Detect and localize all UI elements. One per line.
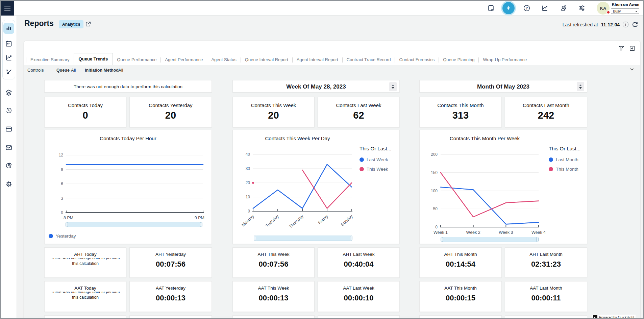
- kpi-value: 00:40:04: [318, 260, 399, 269]
- kpi-label: AAT This Week: [233, 286, 314, 291]
- legend-item-this-month[interactable]: This Month: [549, 167, 589, 172]
- scrollbar-handle[interactable]: [441, 237, 443, 242]
- kpi-label: Contacts This Week: [233, 102, 314, 108]
- week-column-header: Week Of May 28, 2023: [232, 80, 400, 93]
- tab-wrap-up-performance[interactable]: Wrap-Up Performance: [479, 55, 531, 65]
- initiation-method-filter[interactable]: Initiation Method: [85, 68, 119, 73]
- status-value: Busy: [613, 9, 621, 13]
- step-down-icon[interactable]: [392, 87, 394, 89]
- kpi-label: AAT Yesterday: [130, 286, 212, 291]
- step-up-icon[interactable]: [392, 84, 394, 86]
- kpi-value: 00:00:10: [318, 294, 399, 302]
- tab-queue-trends[interactable]: Queue Trends: [74, 53, 113, 65]
- sidebar-item-reports[interactable]: [3, 23, 14, 34]
- legend-item-last-week[interactable]: Last Week: [360, 157, 400, 162]
- step-up-icon[interactable]: [579, 84, 582, 86]
- tab-queue-planning[interactable]: Queue Planning: [439, 55, 478, 65]
- kpi-value: 00:07:56: [130, 260, 212, 269]
- svg-text:Thursday: Thursday: [288, 214, 305, 229]
- tab-contract-trace-record[interactable]: Contract Trace Record: [343, 55, 395, 65]
- kpi-value: 242: [505, 110, 587, 121]
- kpi-aat-this-week: AAT This Week 00:00:13: [232, 281, 315, 312]
- dashboard-panel: Executive Summary Queue Trends Queue Per…: [24, 41, 641, 319]
- sidebar-item-metrics[interactable]: [5, 54, 13, 62]
- legend-item-last-month[interactable]: Last Month: [549, 157, 589, 162]
- hamburger-menu-icon[interactable]: [1, 1, 14, 16]
- chart-title: Contacts Today Per Hour: [45, 136, 212, 141]
- layers-icon: [5, 89, 13, 96]
- export-icon[interactable]: [629, 45, 636, 52]
- month-period-stepper[interactable]: [577, 82, 584, 91]
- scrollbar-handle[interactable]: [350, 236, 352, 241]
- tab-queue-interval-report[interactable]: Queue Interval Report: [241, 55, 292, 65]
- settings-sliders-icon[interactable]: [578, 4, 586, 12]
- legend-label: Last Month: [556, 157, 578, 162]
- tab-queue-performance[interactable]: Queue Performance: [113, 55, 160, 65]
- tab-executive-summary[interactable]: Executive Summary: [26, 55, 74, 65]
- svg-text:50: 50: [433, 206, 438, 211]
- kpi-value: 00:00:13: [130, 294, 212, 302]
- today-column-header: There was not enough data to perform thi…: [44, 80, 212, 93]
- weekly-line-chart[interactable]: 010203040MondayTuesdayThursdayFridaySund…: [238, 146, 363, 231]
- collapse-controls-chevron-icon[interactable]: [629, 66, 635, 72]
- monthly-line-chart[interactable]: 050100150200Week 1Week 2Week 3Week 4: [426, 146, 553, 235]
- scrollbar-handle[interactable]: [66, 222, 68, 227]
- step-down-icon[interactable]: [579, 87, 582, 89]
- kpi-contacts-this-month: Contacts This Month 313: [419, 97, 502, 127]
- help-icon[interactable]: ?: [523, 4, 530, 12]
- kpi-value: 20: [130, 110, 212, 121]
- kpi-contacts-this-week: Contacts This Week 20: [232, 97, 315, 127]
- tab-agent-status[interactable]: Agent Status: [207, 55, 240, 65]
- scrollbar-handle[interactable]: [536, 237, 539, 242]
- svg-text:Week 2: Week 2: [466, 230, 480, 235]
- filter-funnel-icon[interactable]: [618, 45, 625, 52]
- hourly-line-chart[interactable]: 0369128 PM9 PM: [48, 146, 207, 221]
- external-link-icon[interactable]: [84, 21, 92, 28]
- sidebar-item-history[interactable]: [5, 107, 13, 114]
- sidebar-item-design[interactable]: [5, 68, 13, 76]
- sidebar-item-settings[interactable]: [5, 180, 13, 188]
- notes-icon[interactable]: [487, 4, 495, 12]
- kpi-aht-yesterday: AHT Yesterday 00:07:56: [129, 247, 212, 278]
- chart-range-scrollbar[interactable]: [254, 236, 352, 241]
- sidebar-item-workspace[interactable]: [5, 125, 13, 133]
- status-dropdown[interactable]: Busy: [611, 8, 639, 14]
- scrollbar-handle[interactable]: [254, 236, 256, 241]
- tab-contact-forensics[interactable]: Contact Forensics: [395, 55, 439, 65]
- sidebar-item-flows[interactable]: [5, 89, 13, 96]
- svg-text:0: 0: [248, 209, 250, 214]
- contacts-icon[interactable]: [560, 4, 568, 12]
- chart-card-contacts-today-per-hour: Contacts Today Per Hour 0369128 PM9 PM Y…: [44, 130, 212, 244]
- no-data-header-message: There was not enough data to perform thi…: [45, 80, 212, 93]
- window-icon: [5, 125, 13, 133]
- chart-title: Contacts This Month Per Week: [420, 136, 550, 141]
- legend-item-this-week[interactable]: This Week: [360, 167, 400, 172]
- queue-filter[interactable]: Queue: [56, 68, 70, 73]
- gear-icon: [5, 180, 13, 188]
- chart-range-scrollbar[interactable]: [66, 222, 202, 227]
- legend-item-yesterday[interactable]: Yesterday: [49, 234, 76, 239]
- queue-filter-value[interactable]: All: [71, 68, 76, 73]
- week-period-stepper[interactable]: [389, 82, 397, 91]
- kpi-value: 00:00:11: [505, 294, 587, 302]
- status-dot: [606, 10, 610, 14]
- kpi-label: AAT Last Week: [318, 286, 399, 291]
- analytics-badge[interactable]: Analytics: [59, 20, 83, 28]
- initiation-method-filter-value[interactable]: All: [118, 68, 123, 73]
- info-icon[interactable]: i: [623, 22, 628, 27]
- kpi-value: 313: [420, 110, 501, 121]
- sidebar-item-mail[interactable]: [5, 144, 13, 151]
- tab-agent-performance[interactable]: Agent Performance: [161, 55, 207, 65]
- scrollbar-handle[interactable]: [200, 222, 202, 227]
- kpi-value: 00:14:54: [420, 260, 501, 269]
- page-title: Reports: [24, 19, 54, 28]
- sidebar-item-calendar[interactable]: [5, 40, 13, 47]
- refresh-icon[interactable]: [631, 21, 639, 28]
- tab-agent-interval-report[interactable]: Agent Interval Report: [293, 55, 342, 65]
- user-avatar[interactable]: KA: [597, 2, 610, 15]
- chart-range-scrollbar[interactable]: [441, 237, 539, 242]
- svg-text:Week 4: Week 4: [531, 230, 546, 235]
- metrics-icon[interactable]: [541, 4, 548, 12]
- sidebar-item-insights[interactable]: [5, 162, 13, 169]
- quick-actions-bolt-icon[interactable]: [502, 2, 515, 14]
